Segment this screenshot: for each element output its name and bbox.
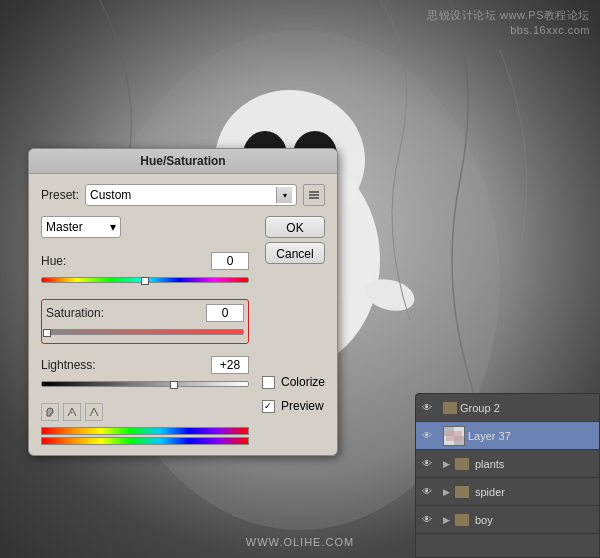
options-area: Colorize Preview — [262, 369, 325, 413]
preset-select[interactable]: Custom ▾ — [85, 184, 297, 206]
hue-slider-handle[interactable] — [141, 277, 149, 285]
eyedropper-add-button[interactable]: + — [63, 403, 81, 421]
dialog-titlebar: Hue/Saturation — [29, 149, 337, 174]
layer-visibility-icon[interactable]: 👁 — [420, 401, 434, 415]
preset-label: Preset: — [41, 188, 79, 202]
layer-folder-icon — [455, 514, 469, 526]
colorize-checkbox[interactable] — [262, 376, 275, 389]
watermark-bottom: WWW.OLIHE.COM — [246, 536, 354, 548]
preview-label: Preview — [281, 399, 324, 413]
layer-visibility-icon[interactable]: 👁 — [420, 457, 434, 471]
hue-saturation-dialog: Hue/Saturation OK Cancel Preset: Custom … — [28, 148, 338, 456]
expand-icon: ▶ — [443, 459, 450, 469]
layer-name: boy — [475, 514, 595, 526]
layer-folder-icon — [455, 458, 469, 470]
watermark-top: 思锐设计论坛 www.PS教程论坛 bbs.16xxc.com — [427, 8, 590, 39]
layer-folder-icon — [443, 402, 457, 414]
expand-icon: ▶ — [443, 487, 450, 497]
list-item[interactable]: 👁 Layer 37 — [416, 422, 599, 450]
lightness-slider-track[interactable] — [41, 377, 249, 391]
cancel-button[interactable]: Cancel — [265, 242, 325, 264]
lightness-label: Lightness: — [41, 358, 96, 372]
preset-row: Preset: Custom ▾ — [41, 184, 325, 206]
preview-checkbox[interactable] — [262, 400, 275, 413]
channel-select[interactable]: Master ▾ — [41, 216, 121, 238]
hue-row: Hue: — [41, 248, 249, 291]
lightness-slider-handle[interactable] — [170, 381, 178, 389]
bottom-tools-row: + - — [41, 403, 249, 421]
rainbow-bar-area — [41, 427, 249, 445]
colorize-label: Colorize — [281, 375, 325, 389]
list-item[interactable]: 👁 ▶ boy — [416, 506, 599, 534]
saturation-label: Saturation: — [46, 306, 104, 320]
svg-text:+: + — [70, 409, 74, 415]
channel-value: Master — [46, 220, 83, 234]
rainbow-bar-top — [41, 427, 249, 435]
layer-folder-icon — [455, 486, 469, 498]
svg-text:-: - — [92, 409, 94, 415]
eyedropper-subtract-button[interactable]: - — [85, 403, 103, 421]
layer-visibility-icon[interactable]: 👁 — [420, 513, 434, 527]
lightness-input[interactable] — [211, 356, 249, 374]
layers-panel: 👁 Group 2 👁 Layer 37 👁 ▶ plants 👁 ▶ — [415, 393, 600, 558]
layer-thumbnail — [443, 426, 465, 446]
colorize-row: Colorize — [262, 375, 325, 389]
list-item[interactable]: 👁 ▶ spider — [416, 478, 599, 506]
preview-row: Preview — [262, 399, 325, 413]
hue-slider-track[interactable] — [41, 273, 249, 287]
saturation-slider-handle[interactable] — [43, 329, 51, 337]
expand-icon: ▶ — [443, 515, 450, 525]
saturation-input[interactable] — [206, 304, 244, 322]
saturation-slider-track[interactable] — [46, 325, 244, 339]
layer-name: Group 2 — [460, 402, 595, 414]
layer-name: Layer 37 — [468, 430, 595, 442]
finger-tool-button[interactable] — [41, 403, 59, 421]
saturation-row-highlighted: Saturation: — [41, 299, 249, 344]
lightness-row: Lightness: — [41, 352, 249, 395]
preset-dropdown-arrow[interactable]: ▾ — [276, 187, 292, 203]
layer-name: plants — [475, 458, 595, 470]
rainbow-bar-bottom — [41, 437, 249, 445]
hue-label: Hue: — [41, 254, 66, 268]
hue-input[interactable] — [211, 252, 249, 270]
layer-name: spider — [475, 486, 595, 498]
channel-row: Master ▾ — [41, 216, 245, 238]
list-item[interactable]: 👁 ▶ plants — [416, 450, 599, 478]
svg-rect-19 — [446, 431, 462, 441]
ok-button[interactable]: OK — [265, 216, 325, 238]
layer-visibility-icon[interactable]: 👁 — [420, 429, 434, 443]
channel-arrow: ▾ — [110, 220, 116, 234]
preset-options-button[interactable] — [303, 184, 325, 206]
layer-visibility-icon[interactable]: 👁 — [420, 485, 434, 499]
preset-value: Custom — [90, 188, 276, 202]
dialog-title: Hue/Saturation — [140, 154, 225, 168]
list-item[interactable]: 👁 Group 2 — [416, 394, 599, 422]
